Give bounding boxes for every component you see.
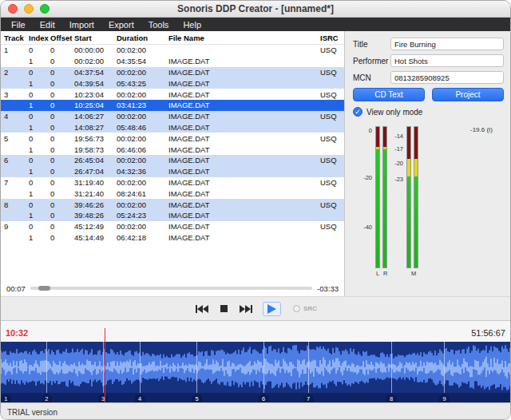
- table-row-16[interactable]: 1039:48:2605:24:23IMAGE.DAT: [1, 210, 344, 221]
- cell-isrc: USQ: [317, 90, 344, 99]
- cell-offset: 0: [47, 123, 71, 132]
- cell-start: 19:58:73: [71, 145, 113, 154]
- cell-duration: 03:41:23: [113, 101, 165, 109]
- table-row-13[interactable]: 70031:19:4000:02:00IMAGE.DATUSQ: [1, 177, 344, 188]
- menu-tools[interactable]: Tools: [141, 19, 176, 30]
- seek-slider-track[interactable]: [30, 287, 312, 290]
- side-panel: Title Performer MCN CD Text Project ✓ Vi…: [345, 31, 510, 296]
- menu-help[interactable]: Help: [176, 19, 208, 30]
- track-boundary-line: [140, 342, 141, 393]
- table-row-5[interactable]: 30010:23:0400:02:00IMAGE.DATUSQ: [1, 89, 344, 100]
- cell-duration: 04:32:36: [113, 167, 165, 176]
- track-marker-2[interactable]: 2: [42, 394, 52, 402]
- seek-slider-handle[interactable]: [38, 286, 50, 291]
- table-row-9[interactable]: 50019:56:7300:02:00IMAGE.DATUSQ: [1, 133, 344, 144]
- next-track-button[interactable]: [238, 303, 254, 315]
- menu-edit[interactable]: Edit: [33, 19, 62, 30]
- track-marker-1[interactable]: 1: [1, 394, 11, 402]
- table-row-12[interactable]: 1026:47:0404:32:36IMAGE.DAT: [1, 166, 344, 177]
- waveform-display[interactable]: 123456789: [1, 342, 510, 402]
- cell-start: 19:56:73: [71, 134, 113, 143]
- column-header-start[interactable]: Start: [71, 34, 113, 42]
- table-row-3[interactable]: 20004:37:5400:02:00IMAGE.DATUSQ: [1, 67, 344, 78]
- cell-start: 31:19:40: [71, 178, 113, 187]
- cell-offset: 0: [47, 90, 71, 99]
- view-only-checkbox[interactable]: ✓: [353, 107, 362, 117]
- cell-offset: 0: [47, 211, 71, 220]
- cell-index: 0: [26, 222, 47, 231]
- minimize-window-button[interactable]: [24, 4, 34, 14]
- cell-start: 31:21:40: [71, 189, 113, 198]
- cell-track: 6: [1, 156, 26, 164]
- close-window-button[interactable]: [8, 4, 18, 14]
- cell-duration: 00:02:00: [113, 46, 165, 54]
- cell-file: IMAGE.DAT: [165, 123, 317, 132]
- table-row-11[interactable]: 60026:45:0400:02:00IMAGE.DATUSQ: [1, 155, 344, 166]
- project-button[interactable]: Project: [432, 88, 504, 101]
- zoom-window-button[interactable]: [40, 4, 50, 14]
- cell-file: IMAGE.DAT: [165, 79, 317, 88]
- cell-index: 1: [26, 57, 47, 65]
- table-row-6[interactable]: 1010:25:0403:41:23IMAGE.DAT: [1, 100, 344, 111]
- cell-start: 10:25:04: [71, 101, 113, 109]
- cell-start: 04:37:54: [71, 68, 113, 77]
- menu-bar: FileEditImportExportToolsHelp: [1, 18, 510, 31]
- table-row-8[interactable]: 1014:08:2705:48:46IMAGE.DAT: [1, 122, 344, 133]
- track-marker-9[interactable]: 9: [439, 394, 450, 402]
- table-row-4[interactable]: 1004:39:5405:43:25IMAGE.DAT: [1, 77, 344, 89]
- track-marker-3[interactable]: 3: [98, 394, 109, 402]
- cell-start: 26:45:04: [71, 156, 113, 164]
- column-header-offset[interactable]: Offset: [47, 34, 71, 42]
- column-header-file-name[interactable]: File Name: [165, 34, 317, 42]
- cell-index: 0: [26, 90, 47, 99]
- cell-start: 26:47:04: [71, 167, 113, 176]
- title-input[interactable]: [390, 38, 504, 50]
- table-row-17[interactable]: 90045:12:4900:02:00IMAGE.DATUSQ: [1, 221, 344, 232]
- performer-input[interactable]: [390, 54, 504, 67]
- track-marker-7[interactable]: 7: [303, 394, 314, 402]
- cell-index: 0: [26, 178, 47, 187]
- column-header-track[interactable]: Track: [1, 34, 26, 42]
- cd-text-button[interactable]: CD Text: [353, 88, 425, 101]
- play-button[interactable]: [263, 302, 281, 316]
- menu-export[interactable]: Export: [101, 19, 141, 30]
- track-marker-8[interactable]: 8: [386, 394, 397, 402]
- cell-start: 14:08:27: [71, 123, 113, 132]
- meter-label-right: R: [383, 270, 387, 277]
- cell-file: IMAGE.DAT: [165, 167, 317, 176]
- track-marker-6[interactable]: 6: [259, 394, 269, 402]
- track-marker-5[interactable]: 5: [192, 394, 202, 402]
- column-header-duration[interactable]: Duration: [113, 34, 165, 42]
- column-header-isrc[interactable]: ISRC: [317, 34, 344, 42]
- track-boundary-line: [444, 342, 445, 393]
- title-label: Title: [353, 40, 390, 49]
- previous-track-button[interactable]: [194, 303, 210, 315]
- column-header-index[interactable]: Index: [26, 34, 47, 42]
- mcn-input[interactable]: [390, 71, 504, 84]
- seek-slider[interactable]: [30, 283, 312, 294]
- track-table-area: TrackIndexOffsetStartDurationFile NameIS…: [1, 31, 345, 296]
- table-row-18[interactable]: 1045:14:4906:42:18IMAGE.DAT: [1, 232, 344, 244]
- stop-button[interactable]: [219, 303, 229, 314]
- cell-file: IMAGE.DAT: [165, 68, 317, 77]
- track-boundary-line: [391, 342, 392, 393]
- table-row-2[interactable]: 1000:02:0004:35:54IMAGE.DAT: [1, 56, 344, 67]
- cell-index: 1: [26, 167, 47, 176]
- track-boundary-line: [308, 342, 309, 393]
- menu-file[interactable]: File: [4, 19, 33, 30]
- track-marker-4[interactable]: 4: [135, 394, 145, 402]
- m-meter-bars: [406, 126, 418, 268]
- cell-file: IMAGE.DAT: [165, 211, 317, 220]
- menu-import[interactable]: Import: [62, 19, 101, 30]
- cell-start: 00:00:00: [71, 46, 113, 54]
- table-row-10[interactable]: 1019:58:7306:46:06IMAGE.DAT: [1, 144, 344, 155]
- table-row-7[interactable]: 40014:06:2700:02:00IMAGE.DATUSQ: [1, 111, 344, 122]
- left-meter-bar: [375, 126, 380, 268]
- table-row-15[interactable]: 80039:46:2600:02:00IMAGE.DATUSQ: [1, 199, 344, 210]
- cell-duration: 05:43:25: [113, 79, 165, 88]
- table-row-1[interactable]: 10000:00:0000:02:00USQ: [1, 45, 344, 56]
- playhead-cursor[interactable]: [105, 328, 105, 402]
- cell-index: 0: [26, 68, 47, 77]
- table-row-14[interactable]: 1031:21:4008:24:61IMAGE.DAT: [1, 188, 344, 199]
- meter-channel-labels: L R M: [358, 268, 504, 278]
